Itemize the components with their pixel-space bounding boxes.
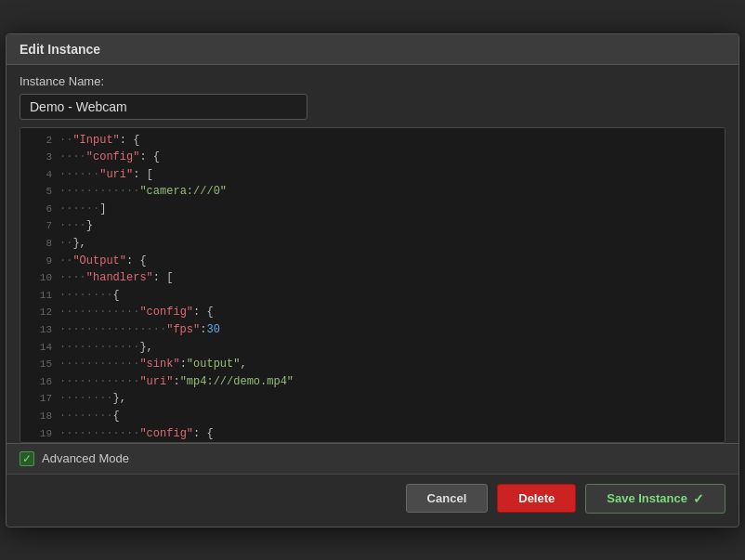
line-content: ········{	[59, 287, 120, 305]
code-editor[interactable]: 2··"Input": {3····"config": {4······"uri…	[20, 127, 725, 443]
dots-token: ········	[59, 289, 113, 302]
line-number: 19	[26, 426, 52, 442]
dialog-title: Edit Instance	[7, 34, 738, 65]
dots-token: ········	[59, 410, 113, 423]
cancel-button[interactable]: Cancel	[406, 484, 489, 513]
dots-token: ····	[59, 150, 86, 163]
brace-token: ,	[240, 358, 246, 371]
line-content: ············},	[59, 339, 153, 357]
save-instance-button[interactable]: Save Instance ✓	[585, 484, 725, 514]
key-token: "config"	[139, 306, 193, 319]
line-number: 13	[26, 322, 52, 338]
brace-token: : [	[133, 168, 153, 181]
brace-token: },	[139, 341, 152, 354]
code-line: 12············"config": {	[20, 304, 725, 321]
line-content: ······"uri": [	[59, 166, 153, 184]
key-token: "handlers"	[86, 271, 153, 284]
line-number: 8	[26, 236, 52, 252]
edit-instance-dialog: Edit Instance Instance Name: 2··"Input":…	[6, 33, 739, 527]
key-token: "fps"	[166, 323, 200, 336]
code-line: 7····}	[20, 217, 725, 235]
dots-token: ··	[59, 254, 72, 267]
dots-token: ············	[59, 358, 139, 371]
line-content: ············"camera:///0"	[59, 183, 227, 201]
advanced-mode-bar: ✓ Advanced Mode	[7, 443, 738, 474]
str-token: "mp4:///demo.mp4"	[180, 375, 294, 388]
checkmark-icon: ✓	[22, 453, 32, 464]
key-token: "Output"	[72, 254, 126, 267]
line-number: 11	[26, 288, 52, 304]
code-line: 4······"uri": [	[20, 166, 725, 184]
dots-token: ····	[59, 219, 86, 232]
line-content: ········},	[59, 390, 126, 408]
dialog-footer: Cancel Delete Save Instance ✓	[7, 474, 738, 527]
line-number: 5	[26, 184, 52, 200]
line-content: ············"config": {	[59, 425, 214, 443]
line-number: 18	[26, 409, 52, 424]
line-content: ············"config": {	[59, 304, 214, 321]
line-number: 4	[26, 167, 52, 183]
key-token: "uri"	[99, 168, 133, 181]
code-line: 15············"sink":"output",	[20, 356, 725, 373]
brace-token: : {	[139, 150, 160, 163]
brace-token: : [	[153, 271, 174, 284]
backdrop: modular, cross-platform AI inference eng…	[0, 0, 745, 560]
code-line: 19············"config": {	[20, 425, 725, 443]
brace-token: :	[173, 375, 179, 388]
brace-token: : {	[193, 427, 214, 440]
dots-token: ··	[59, 237, 72, 250]
brace-token: : {	[126, 254, 147, 267]
code-line: 16············"uri":"mp4:///demo.mp4"	[20, 373, 725, 391]
code-line: 14············},	[20, 339, 725, 357]
advanced-mode-checkbox[interactable]: ✓	[20, 451, 34, 466]
line-content: ················"fps":30	[59, 321, 220, 339]
key-token: "uri"	[139, 375, 173, 388]
line-content: ············"uri":"mp4:///demo.mp4"	[59, 373, 294, 391]
dots-token: ····	[59, 271, 86, 284]
dots-token: ············	[59, 375, 139, 388]
dots-token: ······	[59, 168, 99, 181]
line-number: 2	[26, 133, 52, 149]
brace-token: {	[113, 289, 120, 302]
code-line: 11········{	[20, 287, 725, 305]
code-line: 6······]	[20, 201, 725, 218]
save-checkmark-icon: ✓	[693, 491, 704, 506]
line-number: 14	[26, 340, 52, 356]
key-token: "config"	[139, 427, 193, 440]
key-token: "sink"	[139, 358, 179, 371]
code-line: 10····"handlers": [	[20, 269, 725, 287]
brace-token: }	[86, 219, 93, 232]
code-line: 17········},	[20, 390, 725, 408]
code-line: 18········{	[20, 408, 725, 425]
line-number: 7	[26, 218, 52, 234]
line-content: ············"sink":"output",	[59, 356, 247, 373]
dots-token: ············	[59, 306, 139, 319]
line-number: 16	[26, 374, 52, 390]
dots-token: ············	[59, 185, 139, 198]
line-content: ····}	[59, 217, 93, 235]
num-token: 30	[206, 323, 219, 336]
dots-token: ················	[59, 323, 166, 336]
dots-token: ············	[59, 427, 139, 440]
brace-token: : {	[120, 134, 140, 147]
code-content: 2··"Input": {3····"config": {4······"uri…	[20, 128, 725, 443]
line-number: 17	[26, 391, 52, 407]
line-number: 6	[26, 202, 52, 217]
line-content: ····"config": {	[59, 149, 160, 166]
brace-token: },	[72, 237, 85, 250]
line-content: ··},	[59, 235, 86, 253]
line-number: 15	[26, 357, 52, 372]
brace-token: ]	[99, 202, 106, 215]
advanced-mode-label: Advanced Mode	[42, 451, 129, 465]
delete-button[interactable]: Delete	[497, 484, 576, 513]
key-token: "config"	[86, 150, 140, 163]
instance-name-label: Instance Name:	[20, 74, 725, 88]
dots-token: ············	[59, 341, 139, 354]
dialog-body: Instance Name: 2··"Input": {3····"config…	[7, 65, 738, 443]
key-token: "Input"	[72, 134, 119, 147]
brace-token: },	[113, 392, 126, 405]
brace-token: {	[113, 410, 120, 423]
instance-name-input[interactable]	[20, 94, 307, 120]
code-line: 13················"fps":30	[20, 321, 725, 339]
dots-token: ······	[59, 202, 99, 215]
